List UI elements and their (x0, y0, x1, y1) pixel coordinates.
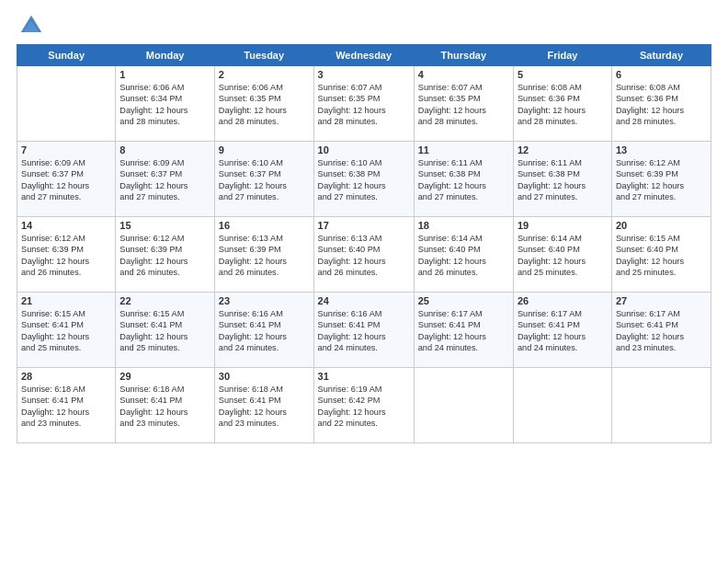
day-info: Sunrise: 6:13 AM Sunset: 6:39 PM Dayligh… (219, 233, 310, 279)
day-cell: 7Sunrise: 6:09 AM Sunset: 6:37 PM Daylig… (17, 142, 116, 217)
day-cell: 13Sunrise: 6:12 AM Sunset: 6:39 PM Dayli… (611, 142, 711, 217)
day-cell: 21Sunrise: 6:15 AM Sunset: 6:41 PM Dayli… (17, 293, 116, 368)
day-number: 22 (119, 295, 210, 306)
day-number: 24 (318, 295, 410, 306)
day-cell: 5Sunrise: 6:08 AM Sunset: 6:36 PM Daylig… (513, 66, 611, 142)
day-number: 3 (318, 69, 410, 80)
day-cell: 4Sunrise: 6:07 AM Sunset: 6:35 PM Daylig… (414, 66, 513, 142)
day-info: Sunrise: 6:12 AM Sunset: 6:39 PM Dayligh… (616, 157, 707, 203)
calendar-body: 1Sunrise: 6:06 AM Sunset: 6:34 PM Daylig… (17, 66, 711, 443)
day-number: 5 (518, 69, 608, 80)
day-cell: 17Sunrise: 6:13 AM Sunset: 6:40 PM Dayli… (313, 217, 414, 293)
page: SundayMondayTuesdayWednesdayThursdayFrid… (0, 0, 728, 453)
day-number: 11 (418, 144, 509, 155)
day-cell: 28Sunrise: 6:18 AM Sunset: 6:41 PM Dayli… (17, 368, 116, 443)
day-number: 7 (21, 144, 111, 155)
day-cell: 8Sunrise: 6:09 AM Sunset: 6:37 PM Daylig… (116, 142, 215, 217)
day-number: 4 (418, 69, 509, 80)
day-info: Sunrise: 6:10 AM Sunset: 6:37 PM Dayligh… (219, 157, 310, 203)
day-cell: 22Sunrise: 6:15 AM Sunset: 6:41 PM Dayli… (116, 293, 215, 368)
day-number: 18 (418, 220, 509, 231)
day-cell: 31Sunrise: 6:19 AM Sunset: 6:42 PM Dayli… (313, 368, 414, 443)
day-number: 21 (21, 295, 111, 306)
day-number: 9 (219, 144, 310, 155)
header-cell-tuesday: Tuesday (214, 45, 313, 66)
day-info: Sunrise: 6:10 AM Sunset: 6:38 PM Dayligh… (318, 157, 410, 203)
day-info: Sunrise: 6:12 AM Sunset: 6:39 PM Dayligh… (119, 233, 210, 279)
day-cell (611, 368, 711, 443)
day-cell: 2Sunrise: 6:06 AM Sunset: 6:35 PM Daylig… (214, 66, 313, 142)
day-cell: 10Sunrise: 6:10 AM Sunset: 6:38 PM Dayli… (313, 142, 414, 217)
logo-icon (18, 13, 44, 39)
day-number: 13 (616, 144, 707, 155)
day-number: 26 (518, 295, 608, 306)
day-number: 15 (119, 220, 210, 231)
day-info: Sunrise: 6:14 AM Sunset: 6:40 PM Dayligh… (418, 233, 509, 279)
day-cell: 6Sunrise: 6:08 AM Sunset: 6:36 PM Daylig… (611, 66, 711, 142)
day-cell: 23Sunrise: 6:16 AM Sunset: 6:41 PM Dayli… (214, 293, 313, 368)
day-info: Sunrise: 6:19 AM Sunset: 6:42 PM Dayligh… (318, 384, 410, 430)
week-row-1: 1Sunrise: 6:06 AM Sunset: 6:34 PM Daylig… (17, 66, 711, 142)
header-row: SundayMondayTuesdayWednesdayThursdayFrid… (17, 45, 711, 66)
day-cell: 18Sunrise: 6:14 AM Sunset: 6:40 PM Dayli… (414, 217, 513, 293)
day-cell: 29Sunrise: 6:18 AM Sunset: 6:41 PM Dayli… (116, 368, 215, 443)
day-info: Sunrise: 6:08 AM Sunset: 6:36 PM Dayligh… (518, 82, 608, 128)
day-info: Sunrise: 6:12 AM Sunset: 6:39 PM Dayligh… (21, 233, 111, 279)
day-cell: 27Sunrise: 6:17 AM Sunset: 6:41 PM Dayli… (611, 293, 711, 368)
day-info: Sunrise: 6:15 AM Sunset: 6:40 PM Dayligh… (616, 233, 707, 279)
day-cell (513, 368, 611, 443)
day-info: Sunrise: 6:17 AM Sunset: 6:41 PM Dayligh… (518, 308, 608, 354)
day-number: 29 (119, 371, 210, 382)
day-info: Sunrise: 6:15 AM Sunset: 6:41 PM Dayligh… (21, 308, 111, 354)
calendar-table: SundayMondayTuesdayWednesdayThursdayFrid… (17, 44, 711, 443)
day-cell: 19Sunrise: 6:14 AM Sunset: 6:40 PM Dayli… (513, 217, 611, 293)
day-cell: 26Sunrise: 6:17 AM Sunset: 6:41 PM Dayli… (513, 293, 611, 368)
day-info: Sunrise: 6:07 AM Sunset: 6:35 PM Dayligh… (418, 82, 509, 128)
day-number: 17 (318, 220, 410, 231)
day-number: 23 (219, 295, 310, 306)
day-info: Sunrise: 6:11 AM Sunset: 6:38 PM Dayligh… (518, 157, 608, 203)
day-number: 20 (616, 220, 707, 231)
day-cell (17, 66, 116, 142)
day-number: 10 (318, 144, 410, 155)
day-number: 8 (119, 144, 210, 155)
week-row-3: 14Sunrise: 6:12 AM Sunset: 6:39 PM Dayli… (17, 217, 711, 293)
day-info: Sunrise: 6:18 AM Sunset: 6:41 PM Dayligh… (119, 384, 210, 430)
day-number: 25 (418, 295, 509, 306)
day-info: Sunrise: 6:17 AM Sunset: 6:41 PM Dayligh… (418, 308, 509, 354)
day-cell: 25Sunrise: 6:17 AM Sunset: 6:41 PM Dayli… (414, 293, 513, 368)
calendar-header: SundayMondayTuesdayWednesdayThursdayFrid… (17, 45, 711, 66)
day-cell: 24Sunrise: 6:16 AM Sunset: 6:41 PM Dayli… (313, 293, 414, 368)
day-cell: 14Sunrise: 6:12 AM Sunset: 6:39 PM Dayli… (17, 217, 116, 293)
header-cell-friday: Friday (513, 45, 611, 66)
day-number: 19 (518, 220, 608, 231)
day-number: 12 (518, 144, 608, 155)
day-info: Sunrise: 6:13 AM Sunset: 6:40 PM Dayligh… (318, 233, 410, 279)
day-cell: 1Sunrise: 6:06 AM Sunset: 6:34 PM Daylig… (116, 66, 215, 142)
day-cell (414, 368, 513, 443)
header-cell-sunday: Sunday (17, 45, 116, 66)
day-number: 16 (219, 220, 310, 231)
day-number: 30 (219, 371, 310, 382)
day-info: Sunrise: 6:14 AM Sunset: 6:40 PM Dayligh… (518, 233, 608, 279)
day-cell: 9Sunrise: 6:10 AM Sunset: 6:37 PM Daylig… (214, 142, 313, 217)
week-row-2: 7Sunrise: 6:09 AM Sunset: 6:37 PM Daylig… (17, 142, 711, 217)
day-info: Sunrise: 6:09 AM Sunset: 6:37 PM Dayligh… (21, 157, 111, 203)
day-number: 31 (318, 371, 410, 382)
day-info: Sunrise: 6:11 AM Sunset: 6:38 PM Dayligh… (418, 157, 509, 203)
day-info: Sunrise: 6:06 AM Sunset: 6:35 PM Dayligh… (219, 82, 310, 128)
day-info: Sunrise: 6:16 AM Sunset: 6:41 PM Dayligh… (219, 308, 310, 354)
header-cell-wednesday: Wednesday (313, 45, 414, 66)
day-number: 1 (119, 69, 210, 80)
day-number: 28 (21, 371, 111, 382)
day-cell: 30Sunrise: 6:18 AM Sunset: 6:41 PM Dayli… (214, 368, 313, 443)
header (17, 9, 711, 39)
day-info: Sunrise: 6:18 AM Sunset: 6:41 PM Dayligh… (219, 384, 310, 430)
day-info: Sunrise: 6:17 AM Sunset: 6:41 PM Dayligh… (616, 308, 707, 354)
day-cell: 20Sunrise: 6:15 AM Sunset: 6:40 PM Dayli… (611, 217, 711, 293)
day-number: 2 (219, 69, 310, 80)
week-row-5: 28Sunrise: 6:18 AM Sunset: 6:41 PM Dayli… (17, 368, 711, 443)
day-info: Sunrise: 6:06 AM Sunset: 6:34 PM Dayligh… (119, 82, 210, 128)
day-cell: 11Sunrise: 6:11 AM Sunset: 6:38 PM Dayli… (414, 142, 513, 217)
day-cell: 15Sunrise: 6:12 AM Sunset: 6:39 PM Dayli… (116, 217, 215, 293)
